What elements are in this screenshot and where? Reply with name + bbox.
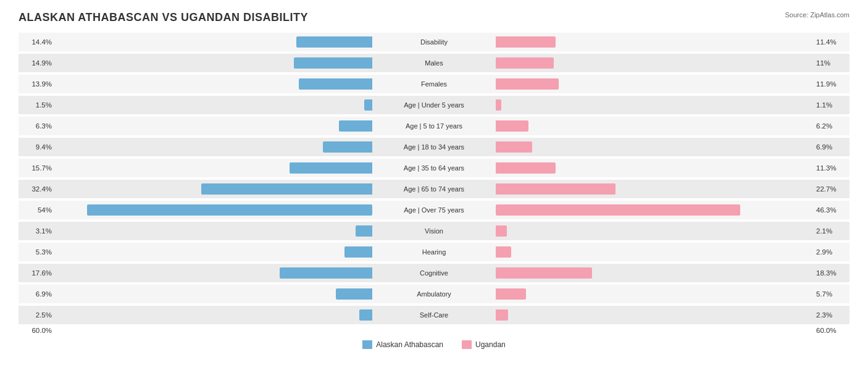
bar-section: 17.6% Cognitive 18.3% [19, 264, 849, 282]
legend-blue-icon [362, 340, 372, 349]
bar-blue [359, 309, 372, 321]
right-value: 46.3% [812, 206, 849, 214]
bar-pink [496, 267, 592, 279]
left-bar-wrap [56, 35, 372, 49]
left-bar-wrap [56, 119, 372, 133]
right-value: 11.3% [812, 164, 849, 172]
bar-label: Females [372, 80, 496, 88]
right-value: 18.3% [812, 269, 849, 277]
bar-blue [339, 120, 372, 132]
left-bar-wrap [56, 56, 372, 70]
bars-and-label: Cognitive [56, 264, 812, 282]
right-value: 11% [812, 59, 849, 67]
left-value: 14.9% [19, 59, 56, 67]
right-bar-wrap [496, 56, 812, 70]
right-bar-wrap [496, 287, 812, 301]
left-bar-wrap [56, 308, 372, 322]
bar-pink [496, 162, 556, 174]
bars-and-label: Age | 5 to 17 years [56, 117, 812, 135]
bar-label: Self-Care [372, 311, 496, 319]
bar-section: 13.9% Females 11.9% [19, 75, 849, 93]
left-value: 14.4% [19, 38, 56, 46]
bar-section: 32.4% Age | 65 to 74 years 22.7% [19, 180, 849, 198]
left-value: 5.3% [19, 248, 56, 256]
right-bar-wrap [496, 182, 812, 196]
bar-label: Age | 35 to 64 years [372, 164, 496, 172]
bars-and-label: Age | 35 to 64 years [56, 159, 812, 177]
bar-label: Age | 18 to 34 years [372, 143, 496, 151]
bars-and-label: Self-Care [56, 306, 812, 324]
right-value: 2.1% [812, 227, 849, 235]
bar-pink [496, 309, 508, 321]
bars-and-label: Age | 18 to 34 years [56, 138, 812, 156]
legend-pink-icon [462, 340, 472, 349]
chart-area: 14.4% Disability 11.4% 14.9% Males [19, 33, 849, 324]
bar-pink [496, 57, 554, 69]
bar-pink [496, 225, 507, 237]
left-value: 2.5% [19, 311, 56, 319]
bar-row: 9.4% Age | 18 to 34 years 6.9% [19, 138, 849, 156]
right-value: 2.9% [812, 248, 849, 256]
bar-section: 9.4% Age | 18 to 34 years 6.9% [19, 138, 849, 156]
legend-item-left: Alaskan Athabascan [362, 340, 443, 349]
bar-row: 14.9% Males 11% [19, 54, 849, 72]
left-bar-wrap [56, 182, 372, 196]
bar-label: Vision [372, 227, 496, 235]
left-bar-wrap [56, 287, 372, 301]
chart-header: ALASKAN ATHABASCAN VS UGANDAN DISABILITY… [19, 11, 849, 24]
bar-section: 5.3% Hearing 2.9% [19, 243, 849, 261]
bar-row: 3.1% Vision 2.1% [19, 222, 849, 240]
bar-label: Age | Under 5 years [372, 101, 496, 109]
bar-pink [496, 288, 526, 300]
bar-section: 6.3% Age | 5 to 17 years 6.2% [19, 117, 849, 135]
bar-label: Hearing [372, 248, 496, 256]
bar-pink [496, 78, 559, 90]
left-value: 1.5% [19, 101, 56, 109]
left-value: 13.9% [19, 80, 56, 88]
left-value: 6.3% [19, 122, 56, 130]
bar-label: Males [372, 59, 496, 67]
left-value: 6.9% [19, 290, 56, 298]
left-value: 54% [19, 206, 56, 214]
bar-row: 1.5% Age | Under 5 years 1.1% [19, 96, 849, 114]
bar-pink [496, 141, 532, 153]
right-value: 6.9% [812, 143, 849, 151]
bars-and-label: Hearing [56, 243, 812, 261]
axis-left: 60.0% [19, 327, 56, 334]
bar-section: 14.9% Males 11% [19, 54, 849, 72]
right-bar-wrap [496, 308, 812, 322]
bar-pink [496, 36, 556, 48]
right-bar-wrap [496, 203, 812, 217]
bar-row: 6.9% Ambulatory 5.7% [19, 285, 849, 303]
bar-row: 32.4% Age | 65 to 74 years 22.7% [19, 180, 849, 198]
left-value: 32.4% [19, 185, 56, 193]
legend-left-label: Alaskan Athabascan [376, 340, 443, 349]
right-value: 11.4% [812, 38, 849, 46]
left-bar-wrap [56, 77, 372, 91]
bars-and-label: Vision [56, 222, 812, 240]
chart-container: ALASKAN ATHABASCAN VS UGANDAN DISABILITY… [0, 0, 868, 368]
bar-section: 1.5% Age | Under 5 years 1.1% [19, 96, 849, 114]
axis-row: 60.0% 60.0% [19, 327, 849, 334]
right-bar-wrap [496, 98, 812, 112]
legend-right-label: Ugandan [475, 340, 506, 349]
bar-section: 54% Age | Over 75 years 46.3% [19, 201, 849, 219]
bars-and-label: Disability [56, 33, 812, 51]
bar-blue [364, 99, 372, 111]
left-value: 9.4% [19, 143, 56, 151]
bar-blue [296, 36, 372, 48]
bar-row: 6.3% Age | 5 to 17 years 6.2% [19, 117, 849, 135]
right-value: 1.1% [812, 101, 849, 109]
bar-label: Age | 5 to 17 years [372, 122, 496, 130]
bar-blue [290, 162, 372, 174]
bar-row: 15.7% Age | 35 to 64 years 11.3% [19, 159, 849, 177]
bar-blue [323, 141, 372, 153]
right-bar-wrap [496, 245, 812, 259]
right-bar-wrap [496, 266, 812, 280]
right-bar-wrap [496, 140, 812, 154]
bars-and-label: Age | Over 75 years [56, 201, 812, 219]
bar-pink [496, 183, 616, 195]
bar-blue [344, 246, 372, 258]
bar-blue [336, 288, 372, 300]
bar-blue [87, 204, 372, 216]
